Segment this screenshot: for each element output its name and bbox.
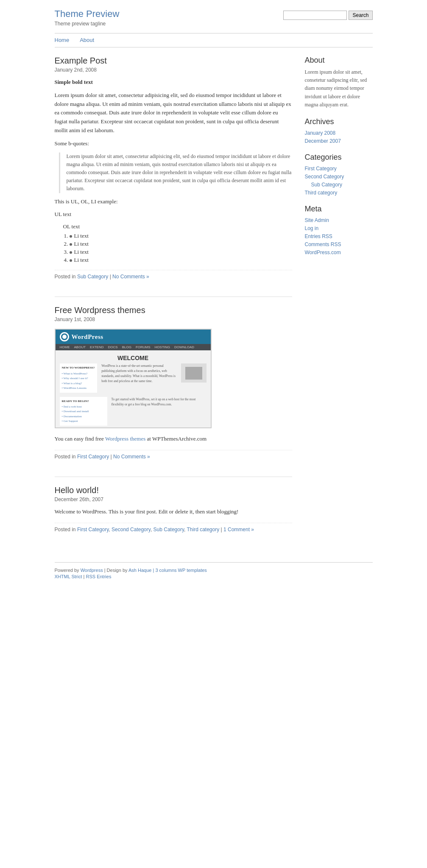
cat-link-sub[interactable]: Sub Category bbox=[153, 527, 184, 532]
list-item-text: Li text bbox=[74, 241, 89, 247]
footer-design-by: | Design by bbox=[104, 568, 128, 573]
post-comments-link[interactable]: No Comments » bbox=[112, 274, 149, 280]
cat-link-sub-cat[interactable]: Sub Category bbox=[311, 182, 342, 188]
wp-logo-text: WordPress bbox=[72, 333, 103, 341]
footer-designer-link[interactable]: Ash Haque bbox=[128, 568, 151, 573]
meta-link-login[interactable]: Log in bbox=[305, 225, 319, 231]
post-hello-world: Hello world! December 26th, 2007 Welcome… bbox=[55, 485, 292, 532]
post-bold-text: Simple bold text bbox=[55, 78, 292, 87]
sidebar-cat-item: Sub Category bbox=[305, 181, 373, 188]
nav-link-about[interactable]: About bbox=[80, 37, 94, 43]
list-item-text: Li text bbox=[74, 249, 89, 255]
post-title-link-freewp[interactable]: Free Wordpress themes bbox=[55, 305, 145, 315]
posted-in-label: Posted in bbox=[55, 527, 76, 532]
freewp-body-after: at WPThemesArchive.com bbox=[145, 435, 207, 442]
main-content: Example Post January 2nd, 2008 Simple bo… bbox=[55, 56, 292, 549]
archive-link-jan[interactable]: January 2008 bbox=[305, 130, 336, 136]
ol-text: OL text bbox=[63, 223, 80, 230]
post-free-wp-themes: Free Wordpress themes January 1st, 2008 bbox=[55, 305, 292, 460]
footer-xhtml-link[interactable]: XHTML Strict bbox=[55, 574, 82, 579]
post-comments-link-hello[interactable]: 1 Comment » bbox=[223, 527, 254, 532]
post-footer-example: Posted in Sub Category | No Comments » bbox=[55, 270, 292, 280]
posted-in-label: Posted in bbox=[55, 274, 76, 280]
archive-link-dec[interactable]: December 2007 bbox=[305, 138, 341, 144]
cat-link-first-cat[interactable]: First Category bbox=[305, 166, 337, 172]
sidebar-meta-list: Site Admin Log in Entries RSS Comments R… bbox=[305, 217, 373, 256]
wp-nav-docs: DOCS bbox=[108, 345, 118, 349]
sidebar-archive-item: December 2007 bbox=[305, 138, 373, 144]
footer-line2: XHTML Strict | RSS Entries bbox=[55, 574, 373, 579]
site-title: Theme Preview bbox=[55, 8, 120, 19]
post-date-example: January 2nd, 2008 bbox=[55, 67, 292, 73]
bullet-icon bbox=[70, 243, 72, 246]
post-title-example: Example Post bbox=[55, 56, 292, 66]
post-category-link[interactable]: First Category bbox=[77, 454, 109, 460]
search-input[interactable] bbox=[283, 11, 347, 20]
ol-text-wrap: OL text bbox=[63, 223, 292, 230]
sidebar-categories-list: First Category Second Category Sub Categ… bbox=[305, 165, 373, 196]
footer-rss-link[interactable]: RSS Entries bbox=[86, 574, 111, 579]
post-title-link-example[interactable]: Example Post bbox=[55, 56, 107, 65]
post-body-text: Lorem ipsum dolor sit amet, consectetur … bbox=[55, 91, 292, 135]
sidebar-meta: Meta Site Admin Log in Entries RSS Comme… bbox=[305, 205, 373, 256]
list-item: Li text bbox=[70, 241, 292, 247]
post-title-link-hello[interactable]: Hello world! bbox=[55, 485, 99, 495]
post-title-freewp: Free Wordpress themes bbox=[55, 305, 292, 315]
sidebar-meta-item: Log in bbox=[305, 225, 373, 232]
main-nav: Home About bbox=[55, 33, 373, 47]
freewp-link[interactable]: Wordpress themes bbox=[105, 435, 145, 442]
wp-nav-extend: EXTEND bbox=[90, 345, 103, 349]
list-item: Li text bbox=[70, 233, 292, 239]
post-content-freewp: WordPress HOME ABOUT EXTEND DOCS BLOG FO… bbox=[55, 329, 292, 444]
sidebar-archives: Archives January 2008 December 2007 bbox=[305, 117, 373, 144]
sidebar-archives-list: January 2008 December 2007 bbox=[305, 130, 373, 144]
post-separator-2 bbox=[55, 477, 292, 477]
site-tagline: Theme preview tagline bbox=[55, 21, 120, 27]
meta-link-entries-rss[interactable]: Entries RSS bbox=[305, 233, 332, 239]
sidebar-categories-title: Categories bbox=[305, 153, 373, 162]
bullet-icon bbox=[70, 235, 72, 238]
bullet-icon bbox=[70, 259, 72, 262]
sidebar-cat-item: Third category bbox=[305, 189, 373, 196]
post-comments-link[interactable]: No Comments » bbox=[113, 454, 150, 460]
post-date-hello: December 26th, 2007 bbox=[55, 496, 292, 502]
list-item-text: Li text bbox=[74, 233, 89, 239]
cat-link-third[interactable]: Third category bbox=[187, 527, 220, 532]
post-footer-hello: Posted in First Category, Second Categor… bbox=[55, 523, 292, 532]
bullet-icon bbox=[70, 251, 72, 254]
search-button[interactable]: Search bbox=[349, 11, 372, 20]
sidebar-meta-title: Meta bbox=[305, 205, 373, 214]
sidebar-cat-item: Second Category bbox=[305, 173, 373, 180]
meta-link-comments-rss[interactable]: Comments RSS bbox=[305, 241, 341, 247]
content-wrapper: Example Post January 2nd, 2008 Simple bo… bbox=[55, 56, 373, 549]
footer-wordpress-link[interactable]: Wordpress bbox=[81, 568, 103, 573]
footer-powered-by: Powered by bbox=[55, 568, 79, 573]
post-separator bbox=[55, 297, 292, 297]
list-wrap: Li text Li text Li text Li text bbox=[63, 233, 292, 263]
sidebar-meta-item: WordPress.com bbox=[305, 249, 373, 256]
cat-link-second[interactable]: Second Category bbox=[112, 527, 151, 532]
nav-link-home[interactable]: Home bbox=[55, 37, 70, 43]
sidebar-about: About Lorem ipsum dolor sit amet, conset… bbox=[305, 56, 373, 109]
ordered-list: Li text Li text Li text Li text bbox=[63, 233, 292, 263]
posted-in-label: Posted in bbox=[55, 454, 76, 460]
cat-link-first[interactable]: First Category bbox=[77, 527, 109, 532]
post-footer-freewp: Posted in First Category | No Comments » bbox=[55, 450, 292, 460]
wp-nav-home: HOME bbox=[60, 345, 70, 349]
cat-link-second-cat[interactable]: Second Category bbox=[305, 174, 344, 180]
post-category-link[interactable]: Sub Category bbox=[77, 274, 108, 280]
footer: Powered by Wordpress | Design by Ash Haq… bbox=[55, 562, 373, 579]
nav-item-about: About bbox=[80, 37, 94, 44]
list-item-text: Li text bbox=[74, 257, 89, 263]
meta-link-wpcom[interactable]: WordPress.com bbox=[305, 250, 341, 255]
post-content-example: Simple bold text Lorem ipsum dolor sit a… bbox=[55, 78, 292, 263]
meta-link-site-admin[interactable]: Site Admin bbox=[305, 217, 329, 223]
footer-templates-link[interactable]: | 3 columns WP templates bbox=[153, 568, 207, 573]
sidebar-archives-title: Archives bbox=[305, 117, 373, 126]
blockquote-text: Lorem ipsum dolor sit amet, consectetur … bbox=[67, 153, 292, 193]
list-item: Li text bbox=[70, 249, 292, 255]
freewp-body-text: You can easy find free Wordpress themes … bbox=[55, 435, 292, 444]
site-title-link[interactable]: Theme Preview bbox=[55, 8, 120, 19]
sidebar-about-title: About bbox=[305, 56, 373, 65]
cat-link-third-cat[interactable]: Third category bbox=[305, 190, 338, 196]
